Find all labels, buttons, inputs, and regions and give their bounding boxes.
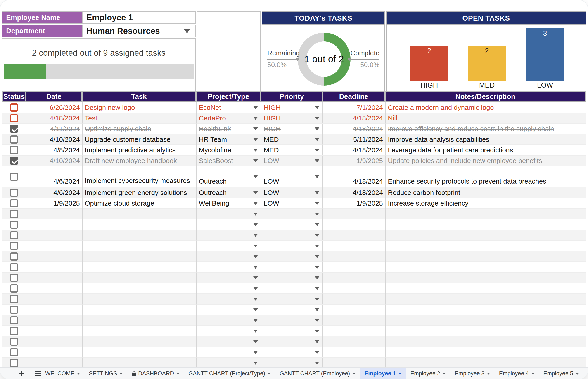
dropdown-arrow-icon[interactable] [253,351,258,354]
table-row-empty [2,241,586,251]
dropdown-arrow-icon[interactable] [315,340,319,343]
dropdown-arrow-icon[interactable] [253,149,258,152]
dropdown-arrow-icon[interactable] [315,287,319,290]
task-checkbox[interactable] [10,210,18,218]
header-notes: Notes/Description [386,91,586,102]
dropdown-arrow-icon[interactable] [253,245,258,248]
dropdown-arrow-icon[interactable] [315,202,319,205]
dropdown-arrow-icon[interactable] [253,127,258,130]
dropdown-arrow-icon[interactable] [315,245,319,248]
dropdown-arrow-icon[interactable] [253,159,258,162]
dropdown-arrow-icon[interactable] [315,191,319,194]
task-checkbox[interactable] [10,327,18,335]
task-checkbox[interactable] [10,125,18,133]
all-sheets-menu-icon[interactable] [35,371,41,376]
dropdown-arrow-icon[interactable] [315,308,319,311]
dropdown-arrow-icon[interactable] [315,319,319,322]
dropdown-arrow-icon[interactable] [253,202,258,205]
dropdown-arrow-icon[interactable] [315,330,319,332]
chevron-down-icon[interactable] [184,30,190,33]
dropdown-arrow-icon[interactable] [315,351,319,354]
tab-employee-5[interactable]: Employee 5 [539,368,583,379]
dropdown-arrow-icon[interactable] [315,175,319,178]
dropdown-arrow-icon[interactable] [253,234,258,237]
task-checkbox[interactable] [10,253,18,261]
header-project-type: Project/Type [196,91,262,102]
task-checkbox[interactable] [10,359,18,367]
task-checkbox[interactable] [10,274,18,282]
dropdown-arrow-icon[interactable] [315,127,319,130]
task-checkbox[interactable] [10,114,18,122]
dropdown-arrow-icon[interactable] [315,234,319,237]
task-checkbox[interactable] [10,157,18,165]
table-row-empty [2,219,586,230]
task-checkbox[interactable] [10,306,18,314]
dropdown-arrow-icon[interactable] [253,287,258,290]
tab-gantt-project-type[interactable]: GANTT CHART (Project/Type) [184,368,275,379]
tab-employee-3[interactable]: Employee 3 [450,368,494,379]
employee-name-value-cell[interactable]: Employee 1 [82,11,196,24]
dropdown-arrow-icon[interactable] [315,223,319,226]
dropdown-arrow-icon[interactable] [253,138,258,141]
task-checkbox[interactable] [10,221,18,229]
department-select[interactable]: Human Resources [82,25,196,37]
department-label-text: Department [6,27,45,35]
tab-employee-1[interactable]: Employee 1 [360,368,406,379]
dropdown-arrow-icon[interactable] [315,213,319,216]
dropdown-arrow-icon[interactable] [253,319,258,322]
task-checkbox[interactable] [10,189,18,197]
dropdown-arrow-icon[interactable] [315,159,319,162]
tab-employee-6[interactable]: Employee 6 [583,368,588,379]
dropdown-arrow-icon[interactable] [253,106,258,109]
dropdown-arrow-icon[interactable] [253,362,258,364]
tab-employee-2[interactable]: Employee 2 [406,368,450,379]
donut-center-text: 1 out of 2 [298,32,351,86]
tab-employee-4[interactable]: Employee 4 [494,368,539,379]
dropdown-arrow-icon[interactable] [315,149,319,152]
task-checkbox[interactable] [10,295,18,303]
task-checkbox[interactable] [10,103,18,112]
task-checkbox[interactable] [10,348,18,356]
dropdown-arrow-icon[interactable] [315,106,319,109]
dropdown-arrow-icon[interactable] [253,191,258,194]
dropdown-arrow-icon[interactable] [253,298,258,301]
task-checkbox[interactable] [10,284,18,293]
task-checkbox[interactable] [10,146,18,154]
task-checkbox[interactable] [10,263,18,271]
table-header-row: Status Date Task Project/Type Priority D… [2,91,586,102]
dropdown-arrow-icon[interactable] [253,255,258,258]
dropdown-arrow-icon[interactable] [253,117,258,120]
dropdown-arrow-icon[interactable] [253,330,258,332]
tab-settings[interactable]: SETTINGS [84,368,127,379]
table-row-empty [2,315,586,326]
tab-dashboard[interactable]: DASHBOARD [127,368,184,379]
dropdown-arrow-icon[interactable] [315,298,319,301]
task-checkbox[interactable] [10,231,18,239]
dropdown-arrow-icon[interactable] [253,340,258,343]
dropdown-arrow-icon[interactable] [253,223,258,226]
tab-gantt-employee[interactable]: GANTT CHART (Employee) [275,368,360,379]
dropdown-arrow-icon[interactable] [315,362,319,364]
task-checkbox[interactable] [10,135,18,143]
dropdown-arrow-icon[interactable] [315,255,319,258]
dropdown-arrow-icon[interactable] [253,308,258,311]
dropdown-arrow-icon[interactable] [253,175,258,178]
table-row: 4/6/2024 Implement cybersecurity measure… [2,166,586,188]
task-checkbox[interactable] [10,199,18,207]
task-checkbox[interactable] [10,316,18,324]
dropdown-arrow-icon[interactable] [253,276,258,279]
dropdown-arrow-icon[interactable] [253,213,258,216]
dropdown-arrow-icon[interactable] [315,117,319,120]
dropdown-arrow-icon[interactable] [315,276,319,279]
dropdown-arrow-icon[interactable] [253,266,258,269]
header-status: Status [2,91,26,102]
dropdown-arrow-icon[interactable] [315,266,319,269]
task-checkbox[interactable] [10,242,18,250]
employee-name-label: Employee Name [2,11,83,24]
bar-column-high: 2 HIGH [410,46,448,90]
add-sheet-button[interactable]: + [18,369,24,378]
tab-welcome[interactable]: WELCOME [41,368,84,379]
dropdown-arrow-icon[interactable] [315,138,319,141]
task-checkbox[interactable] [10,173,18,181]
task-checkbox[interactable] [10,338,18,346]
